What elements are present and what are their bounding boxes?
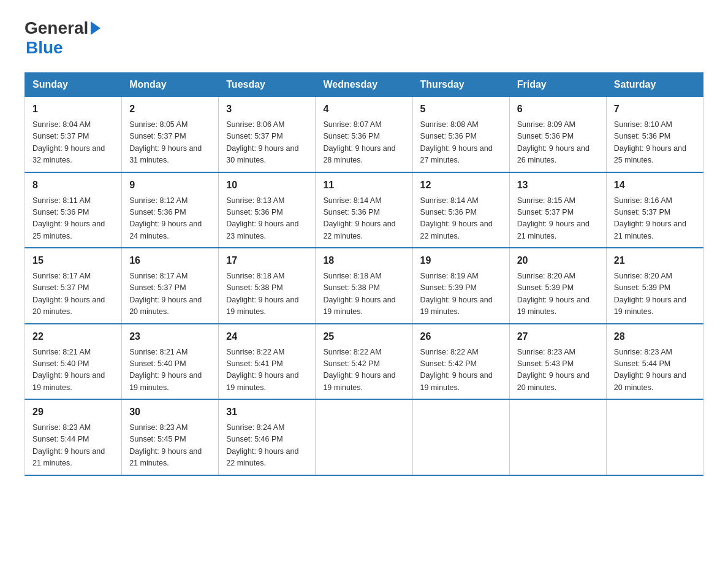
day-info: Sunrise: 8:23 AMSunset: 5:45 PMDaylight:…	[129, 422, 211, 470]
day-number: 23	[129, 329, 211, 344]
calendar-cell: 7Sunrise: 8:10 AMSunset: 5:36 PMDaylight…	[606, 97, 703, 172]
calendar-cell: 25Sunrise: 8:22 AMSunset: 5:42 PMDayligh…	[316, 324, 412, 400]
calendar-cell: 28Sunrise: 8:23 AMSunset: 5:44 PMDayligh…	[606, 324, 703, 400]
calendar-cell: 14Sunrise: 8:16 AMSunset: 5:37 PMDayligh…	[606, 172, 703, 248]
day-number: 11	[323, 178, 404, 193]
calendar-cell: 12Sunrise: 8:14 AMSunset: 5:36 PMDayligh…	[412, 172, 509, 248]
day-info: Sunrise: 8:19 AMSunset: 5:39 PMDaylight:…	[420, 270, 502, 318]
day-number: 4	[323, 102, 404, 117]
header-thursday: Thursday	[412, 73, 509, 97]
day-number: 25	[323, 329, 404, 344]
day-number: 21	[614, 253, 696, 268]
day-info: Sunrise: 8:17 AMSunset: 5:37 PMDaylight:…	[32, 270, 114, 318]
day-number: 6	[517, 102, 599, 117]
day-number: 8	[32, 178, 114, 193]
day-info: Sunrise: 8:21 AMSunset: 5:40 PMDaylight:…	[129, 347, 211, 394]
calendar-cell: 24Sunrise: 8:22 AMSunset: 5:41 PMDayligh…	[219, 324, 316, 400]
calendar-cell: 19Sunrise: 8:19 AMSunset: 5:39 PMDayligh…	[412, 248, 509, 324]
calendar-cell: 21Sunrise: 8:20 AMSunset: 5:39 PMDayligh…	[606, 248, 703, 324]
day-number: 12	[420, 178, 502, 193]
day-info: Sunrise: 8:20 AMSunset: 5:39 PMDaylight:…	[614, 270, 696, 318]
header-saturday: Saturday	[606, 73, 703, 97]
day-number: 16	[129, 253, 211, 268]
calendar-cell: 6Sunrise: 8:09 AMSunset: 5:36 PMDaylight…	[509, 97, 606, 172]
day-number: 24	[226, 329, 308, 344]
logo-text-blue: Blue	[26, 38, 100, 58]
day-info: Sunrise: 8:21 AMSunset: 5:40 PMDaylight:…	[32, 347, 114, 394]
day-info: Sunrise: 8:05 AMSunset: 5:37 PMDaylight:…	[129, 119, 211, 167]
header-wednesday: Wednesday	[316, 73, 412, 97]
day-number: 19	[420, 253, 502, 268]
calendar-cell	[316, 399, 412, 475]
calendar-cell: 4Sunrise: 8:07 AMSunset: 5:36 PMDaylight…	[316, 97, 412, 172]
day-number: 27	[517, 329, 599, 344]
day-number: 29	[32, 405, 114, 419]
day-number: 3	[226, 102, 308, 117]
day-number: 9	[129, 178, 211, 193]
calendar-cell: 3Sunrise: 8:06 AMSunset: 5:37 PMDaylight…	[219, 97, 316, 172]
day-info: Sunrise: 8:17 AMSunset: 5:37 PMDaylight:…	[129, 270, 211, 318]
day-number: 1	[32, 102, 114, 117]
logo: General Blue	[25, 18, 100, 58]
day-number: 20	[517, 253, 599, 268]
calendar-cell: 29Sunrise: 8:23 AMSunset: 5:44 PMDayligh…	[25, 399, 122, 475]
day-info: Sunrise: 8:06 AMSunset: 5:37 PMDaylight:…	[226, 119, 308, 167]
day-info: Sunrise: 8:23 AMSunset: 5:44 PMDaylight:…	[32, 422, 114, 470]
calendar-cell: 31Sunrise: 8:24 AMSunset: 5:46 PMDayligh…	[219, 399, 316, 475]
calendar-cell: 23Sunrise: 8:21 AMSunset: 5:40 PMDayligh…	[122, 324, 219, 400]
logo-text-general: General	[25, 18, 88, 38]
day-info: Sunrise: 8:23 AMSunset: 5:43 PMDaylight:…	[517, 347, 599, 394]
calendar-cell	[606, 399, 703, 475]
calendar-cell: 18Sunrise: 8:18 AMSunset: 5:38 PMDayligh…	[316, 248, 412, 324]
calendar-table: SundayMondayTuesdayWednesdayThursdayFrid…	[25, 72, 703, 476]
day-number: 30	[129, 405, 211, 419]
day-info: Sunrise: 8:22 AMSunset: 5:42 PMDaylight:…	[420, 347, 502, 394]
day-info: Sunrise: 8:22 AMSunset: 5:41 PMDaylight:…	[226, 347, 308, 394]
day-info: Sunrise: 8:20 AMSunset: 5:39 PMDaylight:…	[517, 270, 599, 318]
day-info: Sunrise: 8:14 AMSunset: 5:36 PMDaylight:…	[323, 195, 404, 243]
day-number: 7	[614, 102, 696, 117]
calendar-cell: 10Sunrise: 8:13 AMSunset: 5:36 PMDayligh…	[219, 172, 316, 248]
day-number: 10	[226, 178, 308, 193]
day-info: Sunrise: 8:18 AMSunset: 5:38 PMDaylight:…	[323, 270, 404, 318]
day-info: Sunrise: 8:09 AMSunset: 5:36 PMDaylight:…	[517, 119, 599, 167]
day-number: 28	[614, 329, 696, 344]
calendar-week-3: 15Sunrise: 8:17 AMSunset: 5:37 PMDayligh…	[25, 248, 703, 324]
day-number: 2	[129, 102, 211, 117]
day-number: 13	[517, 178, 599, 193]
day-number: 31	[226, 405, 308, 419]
day-info: Sunrise: 8:24 AMSunset: 5:46 PMDaylight:…	[226, 422, 308, 470]
calendar-cell: 27Sunrise: 8:23 AMSunset: 5:43 PMDayligh…	[509, 324, 606, 400]
calendar-cell	[509, 399, 606, 475]
day-number: 26	[420, 329, 502, 344]
day-info: Sunrise: 8:04 AMSunset: 5:37 PMDaylight:…	[32, 119, 114, 167]
calendar-cell: 2Sunrise: 8:05 AMSunset: 5:37 PMDaylight…	[122, 97, 219, 172]
calendar-cell: 5Sunrise: 8:08 AMSunset: 5:36 PMDaylight…	[412, 97, 509, 172]
calendar-week-4: 22Sunrise: 8:21 AMSunset: 5:40 PMDayligh…	[25, 324, 703, 400]
day-info: Sunrise: 8:12 AMSunset: 5:36 PMDaylight:…	[129, 195, 211, 243]
day-number: 5	[420, 102, 502, 117]
header-tuesday: Tuesday	[219, 73, 316, 97]
day-info: Sunrise: 8:07 AMSunset: 5:36 PMDaylight:…	[323, 119, 404, 167]
calendar-cell: 20Sunrise: 8:20 AMSunset: 5:39 PMDayligh…	[509, 248, 606, 324]
calendar-cell: 17Sunrise: 8:18 AMSunset: 5:38 PMDayligh…	[219, 248, 316, 324]
calendar-cell: 30Sunrise: 8:23 AMSunset: 5:45 PMDayligh…	[122, 399, 219, 475]
calendar-header-row: SundayMondayTuesdayWednesdayThursdayFrid…	[25, 73, 703, 97]
day-number: 14	[614, 178, 696, 193]
calendar-week-1: 1Sunrise: 8:04 AMSunset: 5:37 PMDaylight…	[25, 97, 703, 172]
day-number: 18	[323, 253, 404, 268]
calendar-cell: 26Sunrise: 8:22 AMSunset: 5:42 PMDayligh…	[412, 324, 509, 400]
calendar-cell: 15Sunrise: 8:17 AMSunset: 5:37 PMDayligh…	[25, 248, 122, 324]
day-info: Sunrise: 8:10 AMSunset: 5:36 PMDaylight:…	[614, 119, 696, 167]
header-sunday: Sunday	[25, 73, 122, 97]
header-monday: Monday	[122, 73, 219, 97]
day-info: Sunrise: 8:11 AMSunset: 5:36 PMDaylight:…	[32, 195, 114, 243]
day-info: Sunrise: 8:23 AMSunset: 5:44 PMDaylight:…	[614, 347, 696, 394]
calendar-cell: 22Sunrise: 8:21 AMSunset: 5:40 PMDayligh…	[25, 324, 122, 400]
header-friday: Friday	[509, 73, 606, 97]
calendar-cell: 8Sunrise: 8:11 AMSunset: 5:36 PMDaylight…	[25, 172, 122, 248]
calendar-cell	[412, 399, 509, 475]
calendar-week-2: 8Sunrise: 8:11 AMSunset: 5:36 PMDaylight…	[25, 172, 703, 248]
calendar-cell: 1Sunrise: 8:04 AMSunset: 5:37 PMDaylight…	[25, 97, 122, 172]
day-info: Sunrise: 8:14 AMSunset: 5:36 PMDaylight:…	[420, 195, 502, 243]
